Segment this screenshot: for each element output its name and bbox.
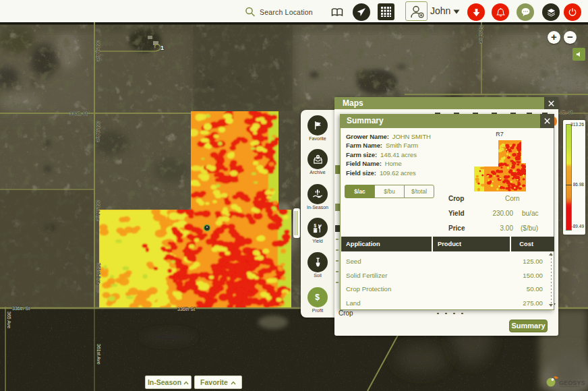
svg-text:336th St: 336th St xyxy=(12,306,30,311)
svg-text:51st Ave: 51st Ave xyxy=(479,26,483,44)
svg-text:$: $ xyxy=(314,223,317,229)
svg-text:0th-St: 0th-St xyxy=(560,110,572,115)
svg-text:GEOSYS: GEOSYS xyxy=(559,380,585,386)
svg-text:361st Ave: 361st Ave xyxy=(96,263,101,284)
svg-text:361st Ave: 361st Ave xyxy=(96,40,100,61)
svg-text:330th St: 330th St xyxy=(69,111,87,116)
svg-text:365 Ave: 365 Ave xyxy=(7,311,11,328)
svg-text:$: $ xyxy=(315,293,320,302)
svg-text:336th St: 336th St xyxy=(177,307,195,311)
svg-text:361st Ave: 361st Ave xyxy=(96,121,100,142)
svg-text:361st Ave: 361st Ave xyxy=(96,200,100,221)
svg-text:361st Ave: 361st Ave xyxy=(96,344,101,365)
svg-text:1: 1 xyxy=(160,44,164,51)
